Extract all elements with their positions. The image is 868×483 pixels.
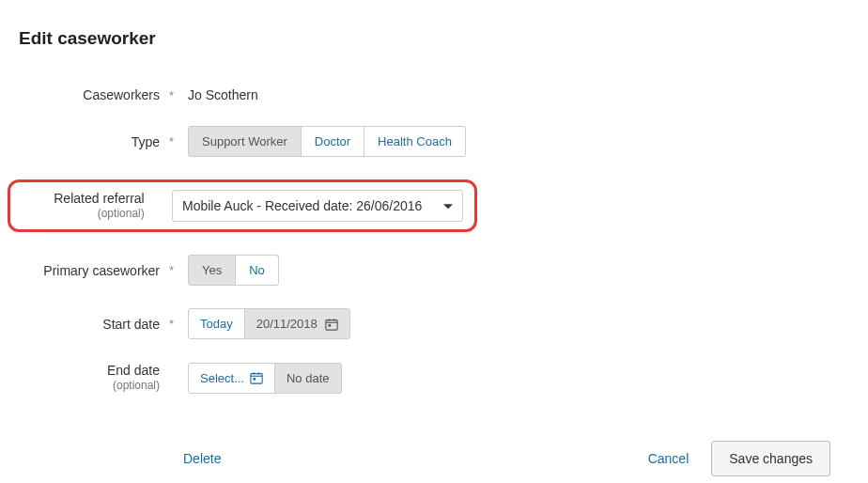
row-end-date: End date (optional) Select... No date bbox=[19, 362, 849, 394]
chevron-down-icon bbox=[443, 204, 453, 209]
required-marker: * bbox=[169, 88, 182, 102]
svg-rect-9 bbox=[253, 378, 256, 381]
calendar-icon bbox=[325, 318, 338, 331]
save-button[interactable]: Save changes bbox=[711, 441, 830, 476]
primary-options: Yes No bbox=[188, 255, 279, 286]
label-primary: Primary caseworker bbox=[19, 262, 169, 279]
calendar-icon bbox=[250, 371, 263, 384]
end-date-picker-label: Select... bbox=[200, 371, 244, 385]
row-start-date: Start date * Today 20/11/2018 bbox=[19, 308, 849, 339]
row-caseworkers: Caseworkers * Jo Scothern bbox=[19, 86, 849, 103]
primary-option-no[interactable]: No bbox=[235, 255, 279, 286]
cancel-button[interactable]: Cancel bbox=[648, 451, 690, 466]
label-caseworkers: Caseworkers bbox=[19, 86, 169, 103]
primary-option-yes[interactable]: Yes bbox=[188, 255, 236, 286]
end-date-value: No date bbox=[287, 371, 330, 385]
caseworkers-value: Jo Scothern bbox=[188, 87, 258, 102]
end-date-select-button[interactable]: Select... bbox=[188, 363, 275, 394]
delete-button[interactable]: Delete bbox=[183, 451, 221, 466]
row-related-referral: Related referral (optional) Mobile Auck … bbox=[19, 179, 849, 232]
end-date-group: Select... No date bbox=[188, 363, 342, 394]
start-date-value: 20/11/2018 bbox=[256, 317, 318, 331]
start-date-today-button[interactable]: Today bbox=[188, 308, 245, 339]
start-date-group: Today 20/11/2018 bbox=[188, 308, 350, 339]
page-title: Edit caseworker bbox=[19, 28, 849, 49]
required-marker: * bbox=[169, 317, 182, 331]
label-type: Type bbox=[19, 133, 169, 150]
svg-rect-4 bbox=[328, 324, 331, 327]
start-date-display[interactable]: 20/11/2018 bbox=[244, 308, 350, 339]
related-referral-select[interactable]: Mobile Auck - Received date: 26/06/2016 bbox=[172, 190, 463, 222]
type-option-support-worker[interactable]: Support Worker bbox=[188, 126, 302, 157]
svg-rect-5 bbox=[251, 374, 262, 384]
label-start-date: Start date bbox=[19, 316, 169, 333]
related-referral-value: Mobile Auck - Received date: 26/06/2016 bbox=[182, 198, 422, 213]
label-end-date: End date (optional) bbox=[19, 362, 169, 394]
label-related-referral: Related referral (optional) bbox=[22, 190, 154, 222]
svg-rect-0 bbox=[326, 319, 337, 330]
label-end-date-text: End date bbox=[107, 363, 160, 378]
label-related-referral-text: Related referral bbox=[54, 191, 145, 206]
label-end-date-optional: (optional) bbox=[19, 379, 160, 394]
type-option-doctor[interactable]: Doctor bbox=[301, 126, 364, 157]
required-marker: * bbox=[169, 263, 182, 277]
label-related-referral-optional: (optional) bbox=[22, 207, 145, 222]
end-date-display: No date bbox=[274, 363, 342, 394]
required-marker: * bbox=[169, 134, 182, 148]
type-option-health-coach[interactable]: Health Coach bbox=[364, 126, 466, 157]
row-primary: Primary caseworker * Yes No bbox=[19, 255, 849, 286]
footer: Delete Cancel Save changes bbox=[19, 441, 849, 476]
highlight-box: Related referral (optional) Mobile Auck … bbox=[8, 179, 477, 232]
type-options: Support Worker Doctor Health Coach bbox=[188, 126, 466, 157]
row-type: Type * Support Worker Doctor Health Coac… bbox=[19, 126, 849, 157]
